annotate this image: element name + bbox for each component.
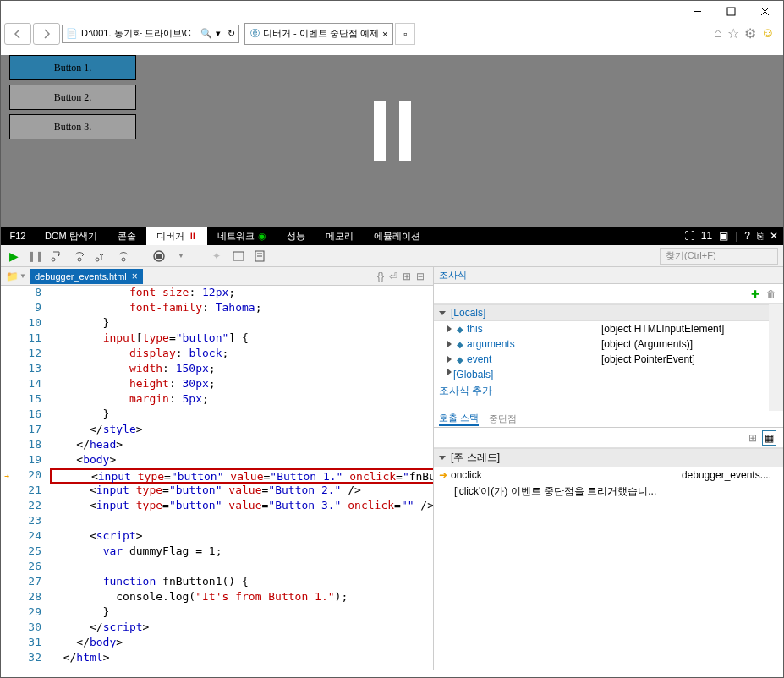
dropdown-icon[interactable]: ▾ — [216, 28, 221, 39]
tab-title: 디버거 - 이벤트 중단점 예제 — [263, 27, 379, 40]
code-editor[interactable]: 8 font-size: 12px;9 font-family: Tahoma;… — [1, 286, 433, 670]
tab-breakpoints[interactable]: 중단점 — [489, 413, 517, 425]
code-line[interactable]: 30 </script> — [1, 621, 433, 636]
frames-icon[interactable]: ▦ — [762, 430, 776, 446]
step-out-icon[interactable] — [94, 249, 109, 264]
demo-button-3[interactable]: Button 3. — [9, 114, 136, 139]
globals-label: [Globals] — [453, 369, 493, 380]
code-line[interactable]: 17 </style> — [1, 423, 433, 438]
address-bar[interactable]: 📄 D:\001. 동기화 드라이브\C 🔍 ▾ ↻ — [62, 25, 239, 43]
stack-frame[interactable]: ➜ onclick debugger_events.... — [434, 467, 783, 483]
folder-dropdown-icon[interactable]: ▼ — [19, 272, 26, 280]
add-watch-label: 조사식 추가 — [439, 384, 492, 398]
thread-section[interactable]: [주 스레드] — [434, 448, 783, 467]
devtools-tabs: F12 DOM 탐색기 콘솔 디버거 ⏸ 네트워크 ◉ 성능 메모리 에뮬레이션… — [1, 227, 783, 245]
back-button[interactable] — [4, 23, 31, 45]
frame-name: onclick — [451, 469, 482, 481]
favorites-icon[interactable]: ☆ — [727, 25, 739, 41]
tab-network[interactable]: 네트워크 ◉ — [207, 227, 277, 245]
code-line[interactable]: 31 </body> — [1, 636, 433, 651]
break-mode-icon[interactable] — [151, 249, 167, 264]
tab-emulation[interactable]: 에뮬레이션 — [364, 227, 430, 245]
screen-icon[interactable]: ⛶ — [684, 230, 694, 242]
page-viewport: Button 1. Button 2. Button 3. — [1, 55, 783, 227]
code-line[interactable]: 29 } — [1, 605, 433, 621]
search-icon[interactable]: 🔍 — [200, 28, 212, 39]
exception-icon[interactable]: ✦ — [209, 249, 224, 264]
tab-console[interactable]: 콘솔 — [107, 227, 146, 245]
minimize-button[interactable] — [680, 2, 714, 20]
code-line[interactable]: 24 <script> — [1, 529, 433, 544]
code-line[interactable]: 12 display: block; — [1, 347, 433, 362]
code-line[interactable]: 22 <input type="button" value="Button 3.… — [1, 499, 433, 514]
tab-memory[interactable]: 메모리 — [315, 227, 364, 245]
demo-button-1[interactable]: Button 1. — [9, 55, 136, 80]
tools-icon[interactable]: ⚙ — [744, 25, 756, 41]
code-line[interactable]: 21 <input type="button" value="Button 2.… — [1, 484, 433, 499]
code-line[interactable]: 15 margin: 5px; — [1, 392, 433, 407]
maximize-button[interactable] — [714, 2, 748, 20]
code-line[interactable]: ➜20 <input type="button" value="Button 1… — [1, 468, 433, 484]
event-break-icon[interactable] — [253, 249, 268, 264]
home-icon[interactable]: ⌂ — [714, 25, 722, 41]
step-over-icon[interactable] — [72, 249, 87, 264]
options-icon[interactable]: ⊟ — [416, 271, 425, 282]
code-line[interactable]: 25 var dummyFlag = 1; — [1, 544, 433, 560]
forward-button[interactable] — [33, 23, 60, 45]
file-tab-close-icon[interactable]: × — [132, 271, 138, 282]
tab-callstack[interactable]: 호출 스택 — [439, 412, 479, 426]
add-watch-icon[interactable]: ✚ — [751, 288, 759, 300]
code-line[interactable]: 11 input[type="button"] { — [1, 331, 433, 347]
emoji-icon[interactable]: ☺ — [761, 25, 775, 41]
pause-icon[interactable]: ❚❚ — [28, 249, 43, 264]
code-line[interactable]: 28 console.log("It's from Button 1."); — [1, 590, 433, 605]
code-line[interactable]: 16 } — [1, 407, 433, 423]
async-icon[interactable]: ⊞ — [748, 432, 757, 444]
globals-section[interactable]: [Globals] — [434, 367, 769, 382]
tab-debugger[interactable]: 디버거 ⏸ — [146, 227, 207, 245]
source-map-icon[interactable]: ⊞ — [403, 271, 411, 282]
code-line[interactable]: 9 font-family: Tahoma; — [1, 301, 433, 316]
folder-icon[interactable]: 📁 — [4, 269, 19, 284]
tab-performance[interactable]: 성능 — [277, 227, 315, 245]
code-line[interactable]: 27 function fnButton1() { — [1, 575, 433, 590]
thread-label: [주 스레드] — [451, 451, 500, 465]
dom-break-icon[interactable] — [231, 249, 246, 264]
code-line[interactable]: 18 </head> — [1, 438, 433, 453]
code-line[interactable]: 32 </html> — [1, 651, 433, 666]
pretty-print-icon[interactable]: {} — [377, 271, 384, 282]
help-icon[interactable]: ? — [744, 230, 750, 242]
close-button[interactable] — [748, 2, 781, 20]
file-tab-active[interactable]: debugger_events.html × — [30, 269, 143, 284]
code-line[interactable]: 10 } — [1, 316, 433, 331]
watch-scrollbar[interactable] — [769, 304, 783, 411]
delete-watch-icon[interactable]: 🗑 — [766, 288, 776, 300]
watch-item[interactable]: ◆ arguments[object (Arguments)] — [434, 336, 769, 352]
console-toggle-icon[interactable]: ▣ — [719, 230, 728, 242]
continue-icon[interactable]: ▶ — [6, 249, 21, 264]
address-text: D:\001. 동기화 드라이브\C — [81, 27, 191, 40]
code-line[interactable]: 14 height: 30px; — [1, 377, 433, 392]
code-line[interactable]: 13 width: 150px; — [1, 362, 433, 377]
step-back-icon[interactable] — [116, 249, 131, 264]
dropdown-icon[interactable]: ▼ — [173, 249, 189, 264]
undock-icon[interactable]: ⎘ — [757, 230, 763, 242]
tab-close-icon[interactable]: × — [382, 29, 387, 39]
search-input[interactable]: 찾기(Ctrl+F) — [660, 248, 778, 265]
tab-dom-explorer[interactable]: DOM 탐색기 — [35, 227, 107, 245]
new-tab-button[interactable]: ▫ — [395, 23, 415, 45]
code-line[interactable]: 8 font-size: 12px; — [1, 286, 433, 301]
demo-button-2[interactable]: Button 2. — [9, 85, 136, 110]
browser-tab-active[interactable]: ⓔ 디버거 - 이벤트 중단점 예제 × — [244, 23, 393, 45]
refresh-icon[interactable]: ↻ — [228, 28, 235, 39]
code-line[interactable]: 26 — [1, 560, 433, 575]
locals-section[interactable]: [Locals] — [434, 304, 769, 321]
step-into-icon[interactable] — [50, 249, 65, 264]
word-wrap-icon[interactable]: ⏎ — [389, 271, 397, 282]
watch-item[interactable]: ◆ this[object HTMLInputElement] — [434, 321, 769, 336]
code-line[interactable]: 23 — [1, 514, 433, 529]
watch-item[interactable]: ◆ event[object PointerEvent] — [434, 352, 769, 367]
code-line[interactable]: 19 <body> — [1, 453, 433, 468]
add-watch-row[interactable]: 조사식 추가 — [434, 382, 769, 400]
close-devtools-icon[interactable]: ✕ — [770, 230, 778, 242]
